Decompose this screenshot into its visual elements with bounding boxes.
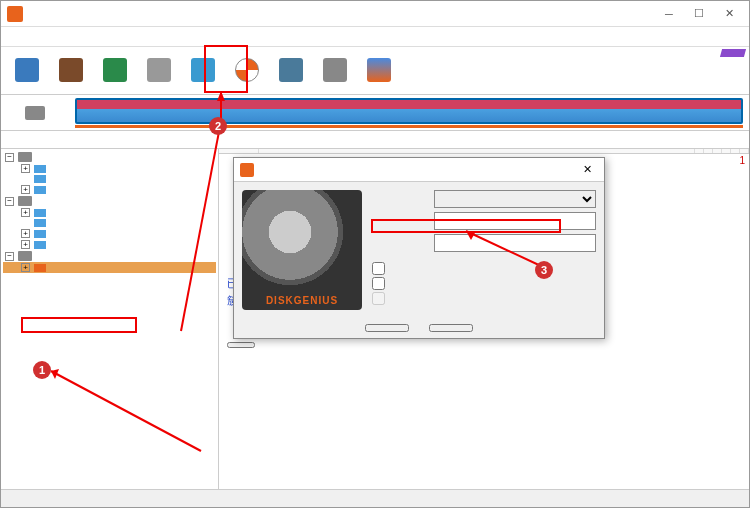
delete-icon	[279, 58, 303, 82]
app-icon	[7, 6, 23, 22]
volume-input[interactable]	[434, 234, 596, 252]
search-icon	[59, 58, 83, 82]
ribbon	[721, 49, 745, 70]
backup-icon	[323, 58, 347, 82]
tree-disk-2[interactable]: −	[3, 250, 216, 262]
ribbon-text	[720, 49, 746, 57]
migrate-button[interactable]	[357, 56, 401, 85]
cluster-input[interactable]	[434, 212, 596, 230]
menu-file[interactable]	[5, 27, 17, 46]
format-ok-button[interactable]	[365, 324, 409, 332]
save-icon	[15, 58, 39, 82]
recover-button[interactable]	[93, 56, 137, 85]
callout-3: 3	[535, 261, 553, 279]
tree-part[interactable]: +	[3, 207, 216, 218]
menu-partition[interactable]	[29, 27, 41, 46]
disk-image	[242, 190, 362, 310]
format-cancel-button[interactable]	[429, 324, 473, 332]
delete-button[interactable]	[269, 56, 313, 85]
tree-disk-0[interactable]: −	[3, 151, 216, 163]
menubar	[1, 27, 749, 47]
recover-icon	[103, 58, 127, 82]
maximize-button[interactable]: ☐	[685, 4, 713, 24]
new-partition-button[interactable]	[181, 56, 225, 85]
quick-icon	[147, 58, 171, 82]
backup-button[interactable]	[313, 56, 357, 85]
menu-view[interactable]	[53, 27, 65, 46]
migrate-icon	[367, 58, 391, 82]
cb-driveletter[interactable]	[372, 262, 385, 275]
new-icon	[191, 58, 215, 82]
format-icon	[235, 58, 259, 82]
statusbar	[1, 489, 749, 507]
callout-1: 1	[33, 361, 51, 379]
menu-tools[interactable]	[41, 27, 53, 46]
dialog-close[interactable]: ✕	[577, 163, 598, 176]
disk-icon	[25, 106, 45, 120]
tree-part[interactable]	[3, 218, 216, 228]
minimize-button[interactable]: ─	[655, 4, 683, 24]
fs-select[interactable]	[434, 190, 596, 208]
tree-part-selected[interactable]: +	[3, 262, 216, 273]
tree-part[interactable]: +	[3, 184, 216, 195]
save-button[interactable]	[5, 56, 49, 85]
tree-part[interactable]: +	[3, 163, 216, 174]
cb-dos	[372, 292, 385, 305]
callout-2: 2	[209, 117, 227, 135]
tree-part[interactable]	[3, 174, 216, 184]
titlebar: ─ ☐ ✕	[1, 1, 749, 27]
tree-disk-1[interactable]: −	[3, 195, 216, 207]
partition-bar[interactable]	[75, 98, 743, 124]
tree-part[interactable]: +	[3, 228, 216, 239]
analyze-button[interactable]	[227, 342, 255, 348]
dialog-icon	[240, 163, 254, 177]
disk-info	[1, 131, 749, 149]
disk-bar	[1, 95, 749, 131]
toolbar	[1, 47, 749, 95]
disk-tree: − + + − + + + − +	[1, 149, 219, 489]
search-partition-button[interactable]	[49, 56, 93, 85]
cb-scanbad[interactable]	[372, 277, 385, 290]
format-dialog: ✕	[233, 157, 605, 339]
quick-partition-button[interactable]	[137, 56, 181, 85]
close-button[interactable]: ✕	[715, 4, 743, 24]
menu-help[interactable]	[65, 27, 77, 46]
format-button[interactable]	[225, 56, 269, 85]
tree-part[interactable]: +	[3, 239, 216, 250]
menu-disk[interactable]	[17, 27, 29, 46]
